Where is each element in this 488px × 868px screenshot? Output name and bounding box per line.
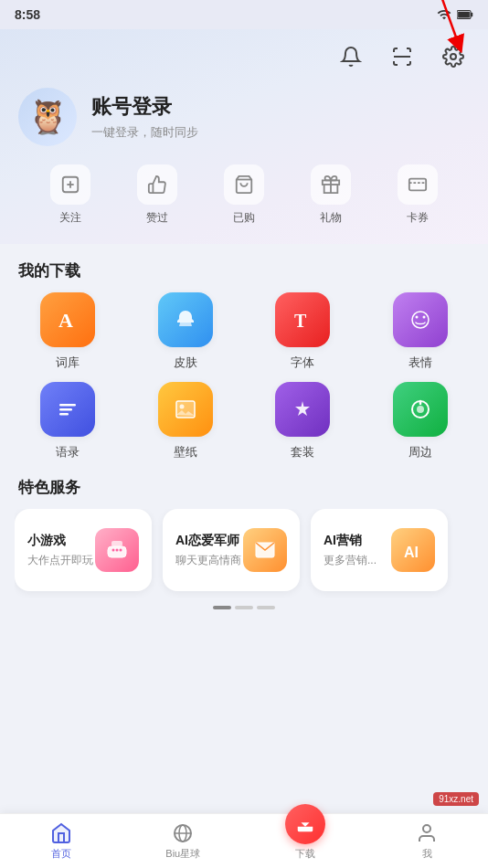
download-item-suite[interactable]: 套装 [249,382,356,460]
skin-label: 皮肤 [174,355,197,371]
scroll-dot-2 [235,606,253,609]
vocab-icon: A [40,292,95,347]
profile-section[interactable]: 🦉 账号登录 一键登录，随时同步 [18,88,470,146]
gift-icon [311,164,351,205]
nav-profile[interactable]: 我 [366,814,489,868]
ai-marketing-info: AI营销 更多营销... [324,533,377,568]
home-icon [50,822,72,844]
svg-rect-2 [458,12,470,18]
download-item-skin[interactable]: 皮肤 [133,292,239,371]
mini-game-desc: 大作点开即玩 [27,553,93,568]
profile-text: 账号登录 一键登录，随时同步 [91,93,198,141]
mini-game-icon [95,528,139,572]
liked-icon [137,164,177,205]
skin-icon [158,292,213,347]
scan-button[interactable] [386,40,419,73]
svg-point-24 [179,405,184,409]
peripheral-label: 周边 [408,444,432,460]
main-content: 我的下载 A 词库 皮肤 T [0,244,488,863]
svg-point-31 [120,549,122,552]
svg-rect-22 [59,413,69,416]
download-item-vocab[interactable]: A 词库 [15,292,122,371]
service-card-ai-love[interactable]: AI恋爱军师 聊天更高情商 [163,509,300,591]
nav-download[interactable]: 下载 [244,814,366,868]
suite-label: 套装 [291,444,314,460]
svg-rect-1 [471,13,472,17]
ai-marketing-name: AI营销 [324,533,377,549]
avatar: 🦉 [18,88,77,146]
download-item-emoji[interactable]: 表情 [367,292,474,371]
download-item-font[interactable]: T 字体 [249,292,356,371]
svg-point-30 [116,549,119,552]
svg-text:T: T [294,311,307,331]
follow-action[interactable]: 关注 [50,164,90,226]
profile-subtitle: 一键登录，随时同步 [91,124,198,141]
bottom-nav: 首页 Biu星球 下载 我 [0,813,488,868]
download-item-quotes[interactable]: 语录 [15,382,122,460]
liked-action[interactable]: 赞过 [137,164,177,226]
mini-game-info: 小游戏 大作点开即玩 [27,533,93,568]
font-label: 字体 [291,355,314,371]
ai-love-desc: 聊天更高情商 [175,553,241,568]
battery-icon [457,8,473,21]
follow-icon [50,164,90,205]
ai-love-icon [243,528,287,572]
scroll-dot-3 [257,606,275,609]
service-card-mini-game[interactable]: 小游戏 大作点开即玩 [15,509,152,591]
nav-home[interactable]: 首页 [0,814,122,868]
service-card-ai-marketing[interactable]: AI营销 更多营销... AI [311,509,448,591]
svg-rect-21 [59,408,72,411]
profile-tab-icon [416,822,438,844]
settings-button[interactable] [437,40,470,73]
purchased-icon [224,164,264,205]
status-time: 8:58 [15,7,40,22]
svg-rect-20 [59,404,76,407]
header: 🦉 账号登录 一键登录，随时同步 关注 [0,29,488,244]
svg-rect-27 [108,546,126,557]
svg-point-29 [112,549,115,552]
download-item-peripheral[interactable]: 周边 [367,382,474,460]
svg-text:A: A [58,309,73,332]
ai-marketing-icon: AI [391,528,435,572]
gift-action[interactable]: 礼物 [311,164,351,226]
notification-button[interactable] [334,40,367,73]
purchased-action[interactable]: 已购 [224,164,264,226]
svg-rect-32 [111,541,122,546]
download-tab-icon [295,814,315,834]
ai-marketing-desc: 更多营销... [324,553,377,568]
peripheral-icon [393,382,448,437]
status-bar: 8:58 [0,0,488,29]
svg-point-19 [422,316,425,319]
suite-icon [275,382,330,437]
purchased-label: 已购 [233,210,255,226]
svg-point-4 [451,54,456,59]
biu-icon [172,822,194,844]
font-icon: T [275,292,330,347]
top-icons-row [18,40,470,73]
coupon-icon [398,164,438,205]
scroll-dot-1 [213,606,231,609]
quick-actions: 关注 赞过 已购 [18,164,470,226]
svg-point-38 [423,825,430,832]
coupon-action[interactable]: 卡券 [398,164,438,226]
avatar-image: 🦉 [27,98,69,136]
svg-point-17 [412,312,429,328]
svg-text:AI: AI [404,545,419,560]
services-scroll: 小游戏 大作点开即玩 AI恋爱军师 聊天更高情商 [15,509,473,598]
profile-tab-label: 我 [422,847,432,861]
liked-label: 赞过 [146,210,168,226]
emoji-icon [393,292,448,347]
home-label: 首页 [51,847,71,861]
wallpaper-label: 壁纸 [174,444,197,460]
gift-label: 礼物 [320,210,342,226]
download-grid: A 词库 皮肤 T 字体 [15,292,473,460]
status-icons [437,7,473,22]
special-services-title: 特色服务 [18,477,473,498]
follow-label: 关注 [59,210,81,226]
my-downloads-title: 我的下载 [18,260,473,281]
profile-title: 账号登录 [91,93,198,121]
nav-biu[interactable]: Biu星球 [122,814,245,868]
download-tab-label: 下载 [295,847,315,861]
wifi-icon [437,7,451,22]
download-item-wallpaper[interactable]: 壁纸 [133,382,239,460]
